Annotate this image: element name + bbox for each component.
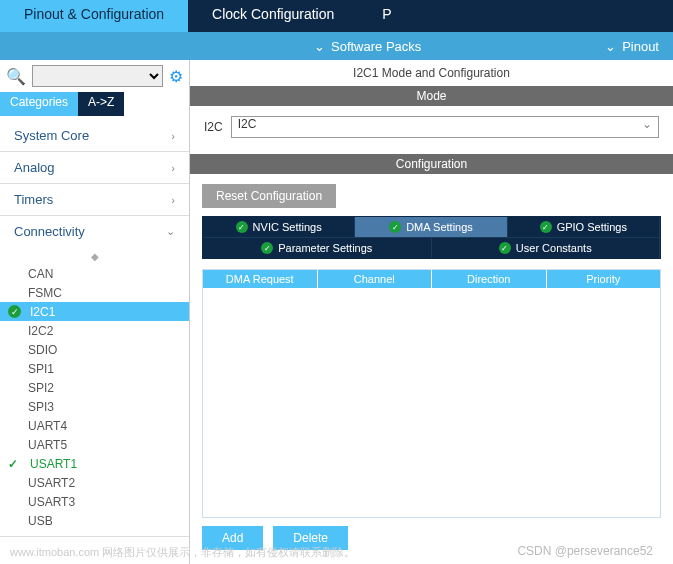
chevron-down-icon: ⌄ bbox=[605, 39, 616, 54]
tree-group-label: System Core bbox=[14, 128, 89, 143]
chevron-down-icon: ⌄ bbox=[642, 117, 652, 131]
tab-gpio-settings[interactable]: ✓ GPIO Settings bbox=[508, 217, 660, 237]
tree-item-can[interactable]: CAN bbox=[0, 264, 189, 283]
left-sidebar: 🔍 ⚙ Categories A->Z System Core › Analog… bbox=[0, 60, 190, 564]
config-tabs: ✓ NVIC Settings ✓ DMA Settings ✓ GPIO Se… bbox=[202, 216, 661, 259]
tree-group-analog[interactable]: Analog › bbox=[0, 152, 189, 183]
tree-group-system-core[interactable]: System Core › bbox=[0, 120, 189, 151]
chevron-down-icon: ⌄ bbox=[166, 225, 175, 238]
col-direction[interactable]: Direction bbox=[432, 270, 547, 288]
tree-group-connectivity[interactable]: Connectivity ⌄ bbox=[0, 216, 189, 247]
mode-section-header: Mode bbox=[190, 86, 673, 106]
tree-item-uart4[interactable]: UART4 bbox=[0, 416, 189, 435]
pinout-menu-label: Pinout bbox=[622, 39, 659, 54]
tab-categories[interactable]: Categories bbox=[0, 92, 78, 116]
col-priority[interactable]: Priority bbox=[547, 270, 661, 288]
check-circle-icon: ✓ bbox=[8, 305, 22, 318]
mode-select-value: I2C bbox=[238, 117, 257, 131]
status-ok-icon: ✓ bbox=[540, 221, 552, 233]
tree-group-timers[interactable]: Timers › bbox=[0, 184, 189, 215]
search-input[interactable] bbox=[32, 65, 163, 87]
tab-pinout-config[interactable]: Pinout & Configuration bbox=[0, 0, 188, 32]
tab-parameter-settings[interactable]: ✓ Parameter Settings bbox=[203, 238, 432, 258]
config-panel: I2C1 Mode and Configuration Mode I2C I2C… bbox=[190, 60, 673, 564]
reset-config-button[interactable]: Reset Configuration bbox=[202, 184, 336, 208]
pinout-menu[interactable]: ⌄ Pinout bbox=[591, 39, 673, 54]
tab-nvic-settings[interactable]: ✓ NVIC Settings bbox=[203, 217, 355, 237]
search-icon[interactable]: 🔍 bbox=[6, 67, 26, 86]
software-packs-menu[interactable]: ⌄ Software Packs bbox=[300, 39, 435, 54]
tree-item-spi2[interactable]: SPI2 bbox=[0, 378, 189, 397]
status-ok-icon: ✓ bbox=[261, 242, 273, 254]
status-ok-icon: ✓ bbox=[499, 242, 511, 254]
status-ok-icon: ✓ bbox=[389, 221, 401, 233]
tree-item-sdio[interactable]: SDIO bbox=[0, 340, 189, 359]
tree-item-fsmc[interactable]: FSMC bbox=[0, 283, 189, 302]
tab-partial[interactable]: P bbox=[358, 0, 415, 32]
delete-button[interactable]: Delete bbox=[273, 526, 348, 550]
sort-indicator-icon[interactable]: ◆ bbox=[0, 249, 189, 264]
tree-item-usart2[interactable]: USART2 bbox=[0, 473, 189, 492]
tree-group-label: Connectivity bbox=[14, 224, 85, 239]
tab-user-constants[interactable]: ✓ User Constants bbox=[432, 238, 661, 258]
tree-item-i2c1[interactable]: ✓ I2C1 bbox=[0, 302, 189, 321]
tree-group-label: Timers bbox=[14, 192, 53, 207]
dma-table: DMA Request Channel Direction Priority bbox=[202, 269, 661, 518]
chevron-down-icon: ⌄ bbox=[314, 39, 325, 54]
tree-item-spi3[interactable]: SPI3 bbox=[0, 397, 189, 416]
tree-item-uart5[interactable]: UART5 bbox=[0, 435, 189, 454]
peripheral-tree: System Core › Analog › Timers › Connecti… bbox=[0, 116, 189, 564]
col-dma-request[interactable]: DMA Request bbox=[203, 270, 318, 288]
tab-clock-config[interactable]: Clock Configuration bbox=[188, 0, 358, 32]
mode-label: I2C bbox=[204, 120, 223, 134]
chevron-right-icon: › bbox=[171, 130, 175, 142]
chevron-right-icon: › bbox=[171, 194, 175, 206]
mode-select[interactable]: I2C ⌄ bbox=[231, 116, 659, 138]
config-section-header: Configuration bbox=[190, 154, 673, 174]
tree-item-usart1[interactable]: ✓ USART1 bbox=[0, 454, 189, 473]
tree-item-usb[interactable]: USB bbox=[0, 511, 189, 530]
tree-item-i2c2[interactable]: I2C2 bbox=[0, 321, 189, 340]
tree-item-usart3[interactable]: USART3 bbox=[0, 492, 189, 511]
status-ok-icon: ✓ bbox=[236, 221, 248, 233]
add-button[interactable]: Add bbox=[202, 526, 263, 550]
software-packs-label: Software Packs bbox=[331, 39, 421, 54]
panel-title: I2C1 Mode and Configuration bbox=[190, 60, 673, 86]
tab-a-to-z[interactable]: A->Z bbox=[78, 92, 124, 116]
col-channel[interactable]: Channel bbox=[318, 270, 433, 288]
chevron-right-icon: › bbox=[171, 162, 175, 174]
sub-toolbar: ⌄ Software Packs ⌄ Pinout bbox=[0, 32, 673, 60]
tab-dma-settings[interactable]: ✓ DMA Settings bbox=[355, 217, 507, 237]
check-icon: ✓ bbox=[8, 457, 22, 471]
tree-group-label: Analog bbox=[14, 160, 54, 175]
main-tabs: Pinout & Configuration Clock Configurati… bbox=[0, 0, 673, 32]
tree-item-spi1[interactable]: SPI1 bbox=[0, 359, 189, 378]
gear-icon[interactable]: ⚙ bbox=[169, 67, 183, 86]
dma-table-body[interactable] bbox=[203, 288, 660, 517]
